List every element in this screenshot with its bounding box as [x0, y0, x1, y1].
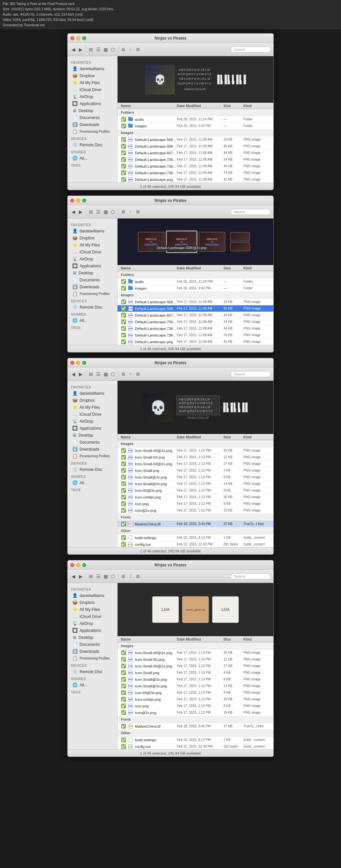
- view-icon-4[interactable]: ⬡: [110, 46, 116, 53]
- table-row[interactable]: ✅ PNG icon@2x.png Feb 17, 2015, 1:12 PM …: [118, 507, 274, 514]
- action-icon[interactable]: ⚙: [135, 46, 141, 53]
- sidebar-item-downloads-1[interactable]: ⬇️ Downloads: [69, 121, 116, 128]
- col-date[interactable]: Date Modified: [177, 104, 223, 108]
- action-icon-3[interactable]: ⚙: [135, 371, 141, 377]
- sidebar-item-danielwilliams-2[interactable]: 👤 danielwilliams: [69, 227, 116, 235]
- share-icon-2[interactable]: ↑: [127, 209, 134, 215]
- col-kind-4[interactable]: Kind: [244, 637, 270, 641]
- view-icon-2[interactable]: ☰: [95, 46, 101, 53]
- share-icon-4[interactable]: ↑: [127, 574, 134, 579]
- sidebar-item-downloads-3[interactable]: ⬇️ Downloads: [69, 446, 116, 453]
- sidebar-item-provisioning-2[interactable]: 📋 Provisioning Profiles: [69, 290, 116, 297]
- table-row[interactable]: ✅ LUA config.lua Feb 22, 2015, 12:43 PM …: [118, 743, 274, 749]
- sidebar-item-dropbox-4[interactable]: 📦 Dropbox: [69, 599, 116, 606]
- sidebar-item-airdrop-1[interactable]: 📡 AirDrop: [69, 93, 116, 100]
- col-size-2[interactable]: Size: [223, 266, 244, 270]
- sidebar-item-allmyfiles-4[interactable]: ⭐ All My Files: [69, 606, 116, 613]
- sidebar-item-downloads-2[interactable]: ⬇️ Downloads: [69, 283, 116, 290]
- table-row[interactable]: ✅ PNG Icon-Small-40@3x.png Feb 17, 2015,…: [118, 650, 274, 656]
- view-icon-2-3[interactable]: ▦: [103, 209, 109, 215]
- sidebar-item-icloud-3[interactable]: ☁️ iCloud Drive: [69, 411, 116, 418]
- forward-icon[interactable]: ▶: [78, 46, 84, 53]
- view-icon-3-1[interactable]: ⊞: [88, 371, 94, 377]
- sidebar-item-documents-2[interactable]: 📄 Documents: [69, 276, 116, 283]
- sidebar-item-documents-4[interactable]: 📄 Documents: [69, 641, 116, 648]
- sidebar-item-allshared-2[interactable]: 🌐 All...: [69, 317, 116, 324]
- sidebar-item-danielwilliams-1[interactable]: 👤 danielwilliams: [69, 65, 116, 72]
- sidebar-item-applications-4[interactable]: 🔲 Applications: [69, 627, 116, 634]
- table-row[interactable]: ✅ PNG Default-Landscape.png Feb 17, 2015…: [118, 176, 274, 183]
- sidebar-item-provisioning-1[interactable]: 📋 Provisioning Profiles: [69, 128, 116, 135]
- table-row[interactable]: ✅ PNG Icon-Small-40@3x.png Feb 17, 2015,…: [118, 447, 274, 454]
- table-row[interactable]: ✅ PNG Default-Landscape-667h@2x.png Feb …: [118, 150, 274, 156]
- table-row[interactable]: ✅ PNG Default-Landscape-736h.png Feb 17,…: [118, 156, 274, 163]
- sidebar-item-desktop-2[interactable]: 🖥 Desktop: [69, 269, 116, 276]
- table-row[interactable]: ✅ build.settings Feb 22, 2015, 8:13 PM 1…: [118, 534, 274, 541]
- table-row[interactable]: ✅ audio Feb 20, 2015, 11:24 PM — Folder: [118, 278, 274, 285]
- sidebar-item-desktop-3[interactable]: 🖥 Desktop: [69, 432, 116, 439]
- sidebar-item-remotedisc-2[interactable]: 💿 Remote Disc: [69, 304, 116, 311]
- table-row[interactable]: ✅ PNG Default-Landscape-736h@3x.png Feb …: [118, 169, 274, 176]
- table-row[interactable]: ✅ TTF MadeinChina.ttf Feb 18, 2015, 3:40…: [118, 521, 274, 527]
- sidebar-item-airdrop-2[interactable]: 📡 AirDrop: [69, 255, 116, 262]
- arrange-icon-4[interactable]: ⚙: [120, 574, 126, 579]
- sidebar-item-dropbox-3[interactable]: 📦 Dropbox: [69, 397, 116, 404]
- close-button-2[interactable]: [70, 198, 74, 203]
- table-row[interactable]: ✅ PNG Icon-Small.png Feb 17, 2015, 1:13 …: [118, 670, 274, 676]
- view-icon-3[interactable]: ▦: [103, 46, 109, 53]
- sidebar-item-dropbox-2[interactable]: 📦 Dropbox: [69, 235, 116, 242]
- col-kind-3[interactable]: Kind: [244, 435, 270, 439]
- table-row[interactable]: ✅ images Feb 20, 2015, 3:42 PM — Folder: [118, 123, 274, 129]
- search-input-4[interactable]: Search: [231, 574, 271, 579]
- view-icon-2-1[interactable]: ⊞: [88, 209, 94, 215]
- sidebar-item-icloud-1[interactable]: ☁️ iCloud Drive: [69, 86, 116, 93]
- back-icon-3[interactable]: ◀: [70, 371, 76, 377]
- col-name-4[interactable]: Name: [121, 637, 177, 641]
- sidebar-item-desktop-4[interactable]: 🖥 Desktop: [69, 634, 116, 641]
- sidebar-item-airdrop-3[interactable]: 📡 AirDrop: [69, 418, 116, 425]
- sidebar-item-remotedisc-3[interactable]: 💿 Remote Disc: [69, 466, 116, 473]
- traffic-lights-4[interactable]: [70, 563, 86, 567]
- table-row[interactable]: ✅ TTF MadeinChina.ttf Feb 18, 2015, 3:40…: [118, 723, 274, 730]
- maximize-button-1[interactable]: [82, 36, 86, 40]
- maximize-button-3[interactable]: [82, 361, 86, 365]
- view-icon-4-1[interactable]: ⊞: [88, 574, 94, 579]
- sidebar-item-applications-3[interactable]: 🔲 Applications: [69, 425, 116, 432]
- col-date-3[interactable]: Date Modified: [177, 435, 223, 439]
- col-date-4[interactable]: Date Modified: [177, 637, 223, 641]
- col-name[interactable]: Name: [121, 104, 177, 108]
- table-row[interactable]: ✅ audio Feb 20, 2015, 11:24 PM — Folder: [118, 116, 274, 123]
- table-row[interactable]: ✅ PNG Default-Landscape-568h@2x.png Feb …: [118, 143, 274, 150]
- table-row[interactable]: ✅ PNG Icon-Small@3x.png Feb 17, 2015, 1:…: [118, 683, 274, 689]
- sidebar-item-icloud-2[interactable]: ☁️ iCloud Drive: [69, 248, 116, 255]
- sidebar-item-provisioning-3[interactable]: 📋 Provisioning Profiles: [69, 453, 116, 460]
- sidebar-item-applications-2[interactable]: 🔲 Applications: [69, 262, 116, 269]
- table-row[interactable]: ✅ PNG Default-Landscape-736h.png Feb 17,…: [118, 319, 274, 325]
- col-name-2[interactable]: Name: [121, 266, 177, 270]
- view-icon-3-3[interactable]: ▦: [103, 371, 109, 377]
- sidebar-item-allshared-3[interactable]: 🌐 All...: [69, 479, 116, 486]
- view-icon-4-3[interactable]: ▦: [103, 574, 109, 579]
- share-icon[interactable]: ↑: [127, 46, 134, 53]
- sidebar-item-downloads-4[interactable]: ⬇️ Downloads: [69, 648, 116, 655]
- sidebar-item-allshared-4[interactable]: 🌐 All...: [69, 681, 116, 688]
- table-row[interactable]: ✅ PNG Icon-Small-50.png Feb 17, 2015, 1:…: [118, 656, 274, 663]
- table-row[interactable]: ✅ PNG Default-Landscape-736h@2x.png Feb …: [118, 163, 274, 169]
- table-row[interactable]: ✅ PNG Icon-Small-50@2x.png Feb 17, 2015,…: [118, 461, 274, 467]
- table-row[interactable]: ✅ PNG icon-60@3x.png Feb 17, 2015, 1:13 …: [118, 689, 274, 696]
- view-icon-2-2[interactable]: ☰: [95, 209, 101, 215]
- arrange-icon-3[interactable]: ⚙: [120, 371, 126, 377]
- sidebar-item-danielwilliams-3[interactable]: 👤 danielwilliams: [69, 390, 116, 397]
- sidebar-item-provisioning-4[interactable]: 📋 Provisioning Profiles: [69, 655, 116, 662]
- table-row[interactable]: ✅ PNG Default-Landscape-667h@2x.png Feb …: [118, 312, 274, 319]
- close-button-3[interactable]: [70, 361, 74, 365]
- traffic-lights-1[interactable]: [70, 36, 86, 40]
- sidebar-item-allmyfiles-1[interactable]: ⭐ All My Files: [69, 79, 116, 86]
- sidebar-item-documents-1[interactable]: 📄 Documents: [69, 114, 116, 121]
- traffic-lights-2[interactable]: [70, 198, 86, 203]
- back-icon[interactable]: ◀: [70, 46, 76, 53]
- col-size-4[interactable]: Size: [223, 637, 244, 641]
- arrange-icon[interactable]: ⚙: [120, 46, 126, 53]
- table-row[interactable]: ✅ PNG Default-Landscape-736h@3x.png Feb …: [118, 332, 274, 339]
- sidebar-item-remotedisc-4[interactable]: 💿 Remote Disc: [69, 668, 116, 675]
